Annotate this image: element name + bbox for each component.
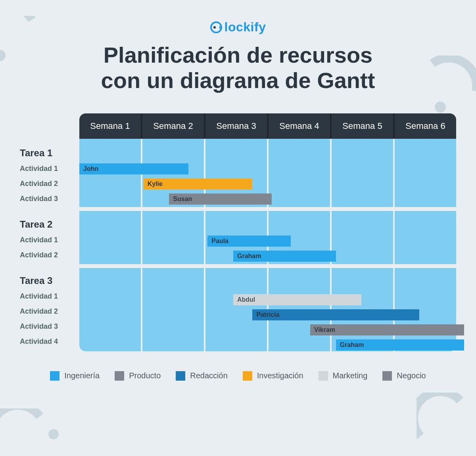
week-header: Semana 4 <box>267 113 330 139</box>
deco-dot-icon <box>44 424 63 444</box>
deco-arc-icon <box>0 408 48 456</box>
activity-label: Actividad 1 <box>20 232 79 247</box>
legend-label: Producto <box>129 371 161 380</box>
activity-label: Actividad 1 <box>20 161 79 176</box>
task-label: Tarea 3 <box>20 266 79 289</box>
legend-label: Investigación <box>257 371 303 380</box>
legend-item: Redacción <box>176 371 228 381</box>
clock-icon <box>210 21 222 33</box>
legend-item: Ingeniería <box>50 371 100 381</box>
task-label: Tarea 1 <box>20 139 79 161</box>
legend-item: Investigación <box>243 371 303 381</box>
legend-item: Marketing <box>319 371 368 381</box>
gantt-diagram: Tarea 1Actividad 1Actividad 2Actividad 3… <box>20 113 456 351</box>
legend-swatch-icon <box>382 371 392 381</box>
activity-label: Actividad 2 <box>20 304 79 319</box>
legend-swatch-icon <box>319 371 328 381</box>
legend-label: Ingeniería <box>64 371 100 380</box>
activity-label: Actividad 3 <box>20 319 79 334</box>
page-title: Planificación de recursos con un diagram… <box>20 42 456 94</box>
week-header: Semana 2 <box>141 113 204 139</box>
week-header: Semana 1 <box>79 113 141 139</box>
week-header: Semana 3 <box>204 113 267 139</box>
svg-point-0 <box>0 50 6 61</box>
legend-swatch-icon <box>115 371 124 381</box>
legend-swatch-icon <box>176 371 185 381</box>
week-header: Semana 5 <box>330 113 393 139</box>
activity-label: Actividad 1 <box>20 289 79 304</box>
legend-label: Negocio <box>397 371 426 380</box>
legend-item: Negocio <box>382 371 426 381</box>
legend-label: Marketing <box>333 371 368 380</box>
title-line-2: con un diagrama de Gantt <box>101 68 375 93</box>
legend-label: Redacción <box>190 371 228 380</box>
activity-label: Actividad 2 <box>20 247 79 262</box>
svg-point-2 <box>48 429 59 439</box>
deco-arc-icon <box>416 393 472 448</box>
svg-point-1 <box>435 102 446 113</box>
task-label: Tarea 2 <box>20 210 79 232</box>
legend-item: Producto <box>115 371 161 381</box>
title-line-1: Planificación de recursos <box>104 42 372 67</box>
activity-label: Actividad 4 <box>20 334 79 349</box>
brand-logo: lockify <box>20 20 456 34</box>
legend: IngenieríaProductoRedacciónInvestigación… <box>20 371 456 381</box>
brand-name: lockify <box>225 20 266 34</box>
deco-dot-icon <box>0 44 12 67</box>
activity-label: Actividad 2 <box>20 176 79 191</box>
week-header: Semana 6 <box>393 113 456 139</box>
activity-label: Actividad 3 <box>20 191 79 206</box>
legend-swatch-icon <box>50 371 60 381</box>
legend-swatch-icon <box>243 371 252 381</box>
